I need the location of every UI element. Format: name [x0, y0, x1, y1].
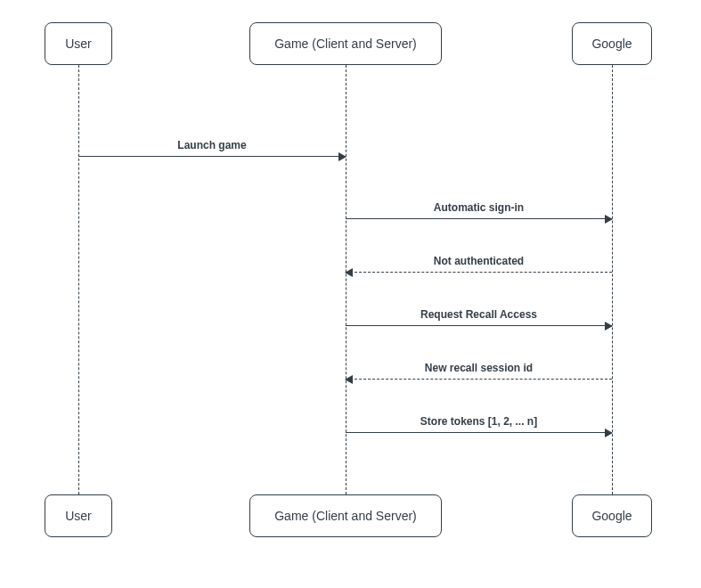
msg-request-recall: Request Recall Access — [346, 325, 612, 326]
participant-label: Game (Client and Server) — [274, 509, 417, 523]
participant-label: Game (Client and Server) — [274, 37, 417, 51]
msg-not-authenticated: Not authenticated — [346, 272, 612, 273]
msg-line — [346, 272, 612, 273]
msg-line — [346, 432, 612, 433]
participant-label: User — [65, 37, 92, 51]
msg-line — [346, 379, 612, 380]
msg-new-recall-session: New recall session id — [346, 379, 612, 380]
msg-launch-game: Launch game — [78, 156, 346, 157]
participant-google-top: Google — [572, 22, 652, 65]
participant-game-top: Game (Client and Server) — [249, 22, 442, 65]
msg-line — [346, 218, 612, 219]
msg-label: Store tokens [1, 2, ... n] — [346, 415, 612, 428]
msg-label: Request Recall Access — [346, 308, 612, 321]
arrowhead-right-icon — [338, 152, 346, 161]
msg-label: Automatic sign-in — [346, 201, 612, 214]
msg-label: Launch game — [78, 139, 346, 151]
msg-label: New recall session id — [346, 362, 612, 374]
participant-game-bottom: Game (Client and Server) — [249, 494, 442, 537]
msg-label: Not authenticated — [346, 255, 612, 267]
arrowhead-right-icon — [605, 215, 613, 224]
msg-line — [78, 156, 346, 157]
lifeline-user — [78, 65, 79, 494]
participant-google-bottom: Google — [572, 494, 652, 537]
arrowhead-right-icon — [605, 322, 613, 331]
participant-user-bottom: User — [45, 494, 112, 537]
lifeline-game — [346, 65, 346, 494]
participant-label: Google — [591, 37, 632, 51]
participant-label: User — [65, 509, 92, 523]
arrowhead-left-icon — [345, 375, 353, 384]
msg-line — [346, 325, 612, 326]
arrowhead-right-icon — [605, 429, 613, 437]
participant-label: Google — [591, 509, 632, 523]
msg-automatic-signin: Automatic sign-in — [346, 218, 612, 219]
msg-store-tokens: Store tokens [1, 2, ... n] — [346, 432, 612, 433]
arrowhead-left-icon — [345, 268, 353, 277]
participant-user-top: User — [45, 22, 112, 65]
